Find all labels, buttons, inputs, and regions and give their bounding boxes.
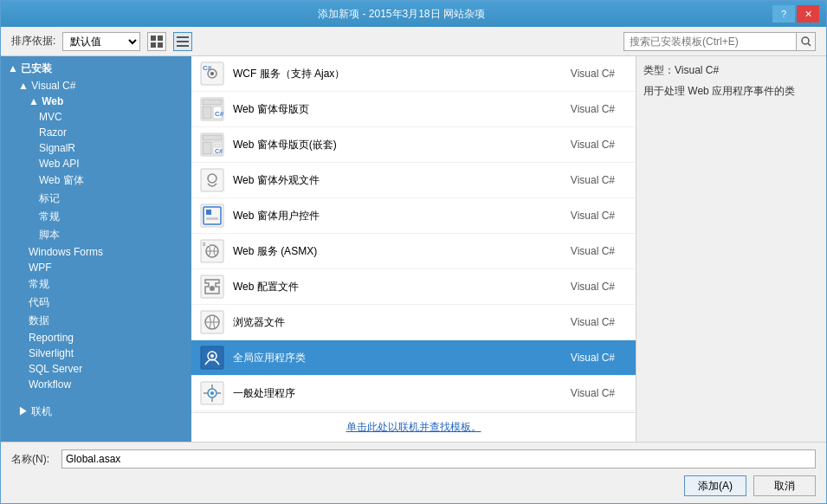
item-type: Visual C#	[571, 139, 615, 151]
tree-item-online[interactable]: ▶ 联机	[1, 403, 191, 421]
svg-rect-3	[158, 42, 163, 48]
tree-item-data[interactable]: 数据	[1, 312, 191, 330]
online-link[interactable]: 单击此处以联机并查找模板。	[346, 421, 481, 433]
tree-item-silverlight[interactable]: Silverlight	[1, 346, 191, 361]
svg-point-7	[802, 37, 809, 44]
tree-item-razor[interactable]: Razor	[1, 125, 191, 140]
tree-item-markup[interactable]: 标记	[1, 190, 191, 208]
middle-panel: C# WCF 服务（支持 Ajax） Visual C# C	[191, 56, 636, 442]
tree-item-general2[interactable]: 常规	[1, 275, 191, 294]
svg-text:C#: C#	[203, 64, 212, 72]
list-item[interactable]: 一般处理程序 Visual C#	[191, 376, 636, 411]
item-name: Web 窗体外观文件	[233, 173, 571, 188]
item-name: 一般处理程序	[233, 386, 571, 401]
item-icon-wcf: C#	[198, 60, 226, 87]
svg-point-11	[210, 72, 214, 75]
tree-item-workflow[interactable]: Workflow	[1, 377, 191, 392]
add-button[interactable]: 添加(A)	[684, 475, 746, 496]
tree-item-web[interactable]: ▲ Web	[1, 94, 191, 109]
svg-text:≡: ≡	[203, 242, 206, 247]
list-item[interactable]: Web 配置文件 Visual C#	[191, 269, 636, 305]
item-name: Web 窗体用户控件	[233, 209, 571, 223]
svg-rect-26	[201, 204, 223, 227]
sort-select[interactable]: 默认值	[62, 32, 140, 51]
name-row: 名称(N):	[11, 449, 816, 468]
tree-item-visualcsharp[interactable]: ▲ Visual C#	[1, 78, 191, 94]
item-name: Web 服务 (ASMX)	[233, 244, 571, 259]
tree-item-signalr[interactable]: SignalR	[1, 140, 191, 156]
item-type: Visual C#	[571, 68, 615, 80]
button-row: 添加(A) 取消	[11, 475, 816, 496]
tree-item-mvc[interactable]: MVC	[1, 109, 191, 125]
tree-item-webforms[interactable]: Web 窗体	[1, 171, 191, 190]
item-icon-usercontrol	[198, 202, 226, 229]
bottom-link-area: 单击此处以联机并查找模板。	[191, 412, 636, 442]
search-box	[623, 32, 816, 51]
list-item[interactable]: C# Web 窗体母版页(嵌套) Visual C#	[191, 127, 636, 163]
item-list: C# WCF 服务（支持 Ajax） Visual C# C	[191, 56, 636, 412]
item-icon-config	[198, 273, 226, 300]
search-input[interactable]	[623, 32, 797, 51]
item-type-label: 类型：Visual C#	[643, 63, 819, 78]
list-item[interactable]: C# Web 窗体母版页 Visual C#	[191, 92, 636, 127]
tree-item-sqlserver[interactable]: SQL Server	[1, 361, 191, 377]
tree-header[interactable]: ▲ 已安装	[1, 60, 191, 78]
svg-rect-20	[203, 142, 211, 154]
list-item[interactable]: Web 窗体外观文件 Visual C#	[191, 163, 636, 198]
title-buttons: ? ✕	[772, 5, 819, 23]
item-type: Visual C#	[571, 281, 615, 293]
toolbar: 排序依据: 默认值	[1, 27, 826, 56]
item-icon-skin	[198, 166, 226, 194]
svg-point-36	[210, 286, 215, 291]
name-input[interactable]	[61, 449, 816, 468]
item-icon-global	[198, 344, 226, 372]
close-button[interactable]: ✕	[797, 5, 819, 23]
right-panel: 类型：Visual C# 用于处理 Web 应用程序事件的类	[636, 56, 826, 442]
item-icon-asmx: ≡	[198, 237, 226, 265]
svg-rect-1	[158, 36, 163, 41]
list-item[interactable]: ≡ Web 服务 (ASMX) Visual C#	[191, 234, 636, 269]
svg-rect-22	[215, 144, 220, 147]
item-type: Visual C#	[571, 103, 615, 115]
item-description: 用于处理 Web 应用程序事件的类	[643, 83, 819, 100]
item-type: Visual C#	[571, 316, 615, 328]
item-type: Visual C#	[571, 387, 615, 399]
item-icon-browser	[198, 308, 226, 336]
dialog: 添加新项 - 2015年3月18日 网站杂项 ? ✕ 排序依据: 默认值	[0, 0, 827, 504]
item-name: Web 窗体母版页(嵌套)	[233, 138, 571, 152]
list-view-button[interactable]	[173, 32, 192, 51]
footer: 名称(N): 添加(A) 取消	[1, 442, 826, 503]
tree-item-webapi[interactable]: Web API	[1, 156, 191, 171]
name-label: 名称(N):	[11, 452, 55, 467]
left-panel: ▲ 已安装 ▲ Visual C# ▲ Web MVC Razor Signal…	[1, 56, 191, 442]
item-icon-masterpage: C#	[198, 95, 226, 123]
tree-item-script[interactable]: 脚本	[1, 226, 191, 244]
tree-item-general[interactable]: 常规	[1, 208, 191, 226]
svg-rect-15	[203, 107, 211, 119]
list-item-selected[interactable]: 全局应用程序类 Visual C#	[191, 340, 636, 376]
tree-item-wpf[interactable]: WPF	[1, 260, 191, 275]
grid-view-button[interactable]	[147, 32, 166, 51]
item-type: Visual C#	[571, 245, 615, 257]
item-name: Web 窗体母版页	[233, 102, 571, 117]
tree-item-reporting[interactable]: Reporting	[1, 330, 191, 346]
tree-item-winforms[interactable]: Windows Forms	[1, 244, 191, 260]
item-icon-handler	[198, 379, 226, 407]
list-icon	[177, 36, 189, 48]
svg-line-8	[808, 43, 811, 46]
search-button[interactable]	[797, 32, 816, 51]
item-name: WCF 服务（支持 Ajax）	[233, 67, 571, 81]
grid-icon	[151, 36, 163, 48]
list-item[interactable]: Web 窗体用户控件 Visual C#	[191, 198, 636, 234]
item-type: Visual C#	[571, 174, 615, 186]
tree-item-code[interactable]: 代码	[1, 294, 191, 312]
list-item[interactable]: 浏览器文件 Visual C#	[191, 305, 636, 340]
svg-rect-5	[177, 41, 189, 42]
item-type: Visual C#	[571, 352, 615, 364]
svg-rect-0	[151, 36, 156, 41]
help-button[interactable]: ?	[772, 5, 795, 23]
list-item[interactable]: C# WCF 服务（支持 Ajax） Visual C#	[191, 56, 636, 92]
svg-rect-2	[151, 42, 156, 48]
cancel-button[interactable]: 取消	[753, 475, 816, 496]
svg-text:C#: C#	[215, 110, 224, 118]
